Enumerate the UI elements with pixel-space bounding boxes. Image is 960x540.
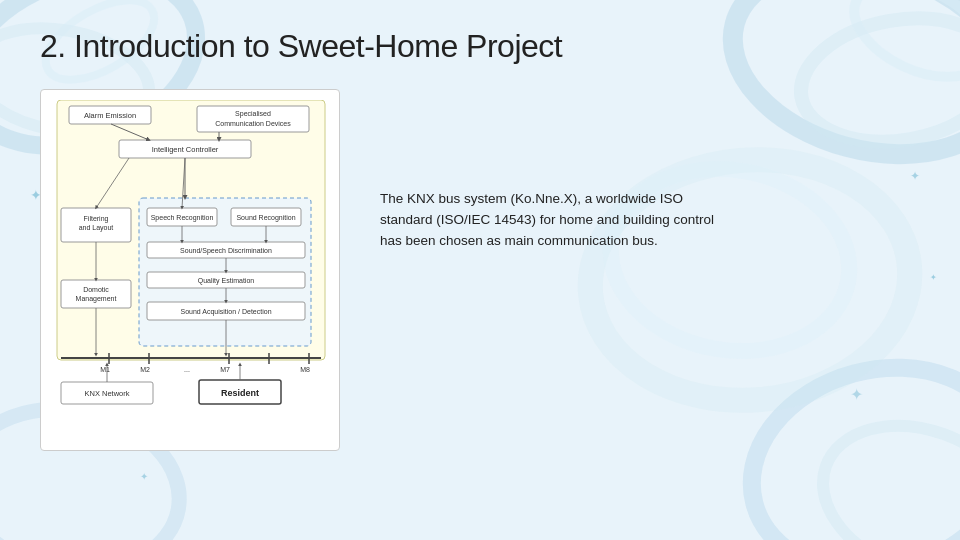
diagram-inner: Alarm Emission Specialised Communication… — [49, 100, 333, 440]
svg-text:Domotic: Domotic — [83, 286, 109, 293]
description-text: The KNX bus system (Ko.Nne.X), a worldwi… — [380, 189, 720, 252]
svg-rect-42 — [61, 280, 131, 308]
right-text-area: The KNX bus system (Ko.Nne.X), a worldwi… — [360, 89, 720, 252]
svg-text:Sound Recognition: Sound Recognition — [236, 214, 295, 222]
svg-text:Filtering: Filtering — [84, 215, 109, 223]
svg-text:Management: Management — [76, 295, 117, 303]
svg-text:Alarm Emission: Alarm Emission — [84, 111, 136, 120]
diagram-svg: Alarm Emission Specialised Communication… — [49, 100, 333, 445]
svg-text:Sound/Speech Discrimination: Sound/Speech Discrimination — [180, 247, 272, 255]
main-area: Alarm Emission Specialised Communication… — [40, 89, 920, 451]
svg-text:Intelligent Controller: Intelligent Controller — [152, 145, 219, 154]
svg-text:KNX Network: KNX Network — [84, 389, 129, 398]
svg-text:M7: M7 — [220, 366, 230, 373]
svg-text:and Layout: and Layout — [79, 224, 114, 232]
slide-content: 2. Introduction to Sweet-Home Project Al… — [0, 0, 960, 540]
svg-text:Communication Devices: Communication Devices — [215, 120, 291, 127]
svg-text:Speech Recognition: Speech Recognition — [151, 214, 214, 222]
svg-text:M1: M1 — [100, 366, 110, 373]
svg-text:Resident: Resident — [221, 388, 259, 398]
diagram-container: Alarm Emission Specialised Communication… — [40, 89, 340, 451]
slide-title: 2. Introduction to Sweet-Home Project — [40, 28, 920, 65]
svg-text:M8: M8 — [300, 366, 310, 373]
svg-text:Specialised: Specialised — [235, 110, 271, 118]
svg-text:Quality Estimation: Quality Estimation — [198, 277, 255, 285]
svg-text:M2: M2 — [140, 366, 150, 373]
svg-text:Sound Acquisition / Detection: Sound Acquisition / Detection — [180, 308, 271, 316]
svg-text:...: ... — [184, 366, 190, 373]
